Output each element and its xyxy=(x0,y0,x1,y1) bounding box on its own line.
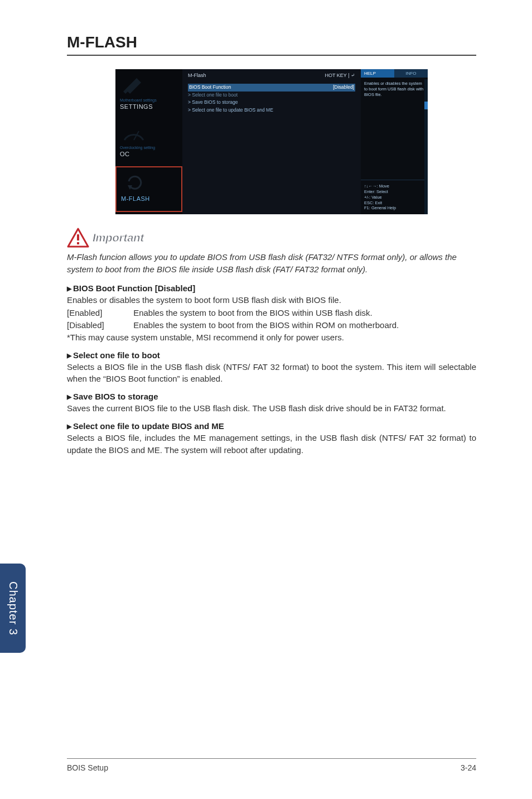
chapter-label: Chapter 3 xyxy=(7,581,20,636)
svg-rect-3 xyxy=(77,234,79,240)
bios-option-list: BIOS Boot Function[Disabled]> Select one… xyxy=(182,81,361,116)
opt-disabled-row: [Disabled] Enables the system to boot fr… xyxy=(67,319,476,331)
section-title: M-FLASH xyxy=(67,33,476,56)
scrollbar xyxy=(424,79,428,214)
bios-option-row: > Select one file to boot xyxy=(188,92,355,99)
bios-main-panel: M-Flash HOT KEY | ⤶ BIOS Boot Function[D… xyxy=(182,69,361,214)
footer-left: BOIS Setup xyxy=(67,763,108,772)
scrollbar-thumb xyxy=(424,102,428,109)
opt-disabled-key: [Disabled] xyxy=(67,319,131,331)
bios-option-row: BIOS Boot Function[Disabled] xyxy=(188,84,355,92)
wrench-icon xyxy=(120,76,148,95)
bios-hotkey-label: HOT KEY | ⤶ xyxy=(325,73,355,78)
save-bios-body: Saves the current BIOS file to the USB f… xyxy=(67,402,476,415)
opt-enabled-val: Enables the system to boot from the BIOS… xyxy=(133,308,373,317)
page-footer: BOIS Setup 3-24 xyxy=(67,758,476,772)
bios-help-panel: HELP INFO Enables or disables the system… xyxy=(361,69,428,214)
bios-boot-note: *This may cause system unstable, MSI rec… xyxy=(67,331,476,344)
item-select-boot-heading: Select one file to boot xyxy=(67,350,476,360)
sidebar-oc: Overclocking setting OC xyxy=(115,119,182,166)
important-paragraph: M-Flash funcion allows you to update BIO… xyxy=(67,251,476,276)
bios-panel-title: M-Flash xyxy=(188,73,206,78)
gauge-icon xyxy=(120,123,148,142)
info-tab: INFO xyxy=(394,69,428,78)
important-callout: Important xyxy=(67,228,476,248)
item-select-update-heading: Select one file to update BIOS and ME xyxy=(67,421,476,431)
settings-label: SETTINGS xyxy=(120,103,178,110)
help-text: Enables or disables the system to boot f… xyxy=(361,78,428,180)
select-boot-body: Selects a BIOS file in the USB flash dis… xyxy=(67,361,476,386)
footer-page-number: 3-24 xyxy=(461,763,476,772)
bios-sidebar: Motherboard settings SETTINGS Overclocki… xyxy=(115,69,182,214)
item-save-bios-heading: Save BIOS to storage xyxy=(67,392,476,401)
chapter-side-tab: Chapter 3 xyxy=(0,564,26,653)
sidebar-settings: Motherboard settings SETTINGS xyxy=(115,71,182,119)
sidebar-mflash: M-FLASH xyxy=(115,166,182,212)
settings-subtitle: Motherboard settings xyxy=(120,98,178,102)
bios-boot-line1: Enables or disables the system to boot f… xyxy=(67,294,476,306)
bios-option-row: > Select one file to update BIOS and ME xyxy=(188,107,355,114)
item-bios-boot-heading: BIOS Boot Function [Disabled] xyxy=(67,283,476,293)
bios-option-row: > Save BIOS to storage xyxy=(188,99,355,107)
oc-label: OC xyxy=(120,151,178,157)
svg-rect-4 xyxy=(77,242,79,244)
opt-enabled-key: [Enabled] xyxy=(67,307,131,319)
help-tab: HELP xyxy=(361,69,394,78)
opt-disabled-val: Enables the system to boot from the BIOS… xyxy=(133,320,399,330)
refresh-icon xyxy=(121,172,149,191)
mflash-label: M-FLASH xyxy=(121,195,177,202)
important-label: Important xyxy=(93,232,144,244)
oc-subtitle: Overclocking setting xyxy=(120,146,178,150)
key-help: ↑↓←→: MoveEnter: Select+/-: ValueESC: Ex… xyxy=(361,180,428,214)
opt-enabled-row: [Enabled] Enables the system to boot fro… xyxy=(67,307,476,319)
select-update-body: Selects a BIOS file, includes the ME man… xyxy=(67,432,476,456)
warning-icon xyxy=(67,228,89,248)
bios-screenshot: Motherboard settings SETTINGS Overclocki… xyxy=(115,69,428,214)
